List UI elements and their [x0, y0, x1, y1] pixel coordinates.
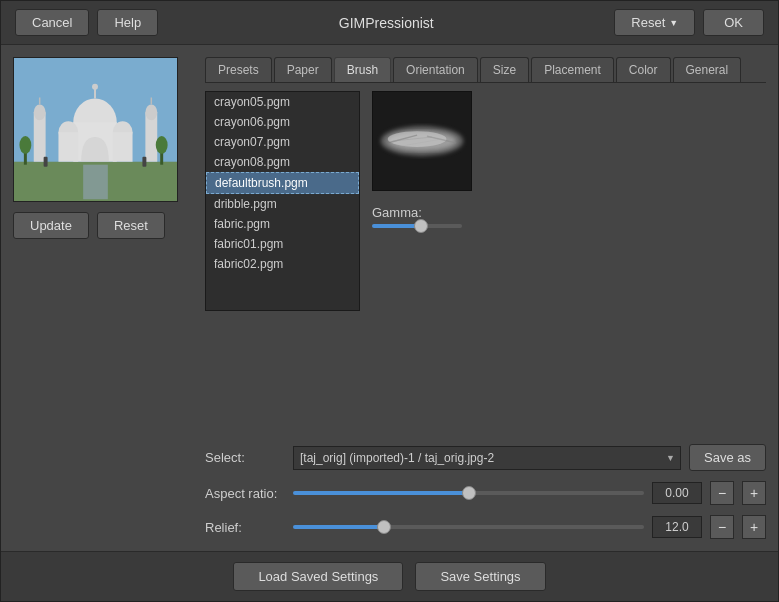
- svg-point-10: [145, 104, 157, 120]
- update-button[interactable]: Update: [13, 212, 89, 239]
- reset-button[interactable]: Reset ▼: [614, 9, 695, 36]
- footer: Load Saved Settings Save Settings: [1, 551, 778, 601]
- brush-item-fabric01[interactable]: fabric01.pgm: [206, 234, 359, 254]
- save-as-button[interactable]: Save as: [689, 444, 766, 471]
- preview-svg: [14, 58, 177, 201]
- relief-slider[interactable]: [293, 525, 644, 529]
- tab-general[interactable]: General: [673, 57, 742, 82]
- svg-rect-15: [113, 132, 133, 162]
- brush-item-dribble[interactable]: dribble.pgm: [206, 194, 359, 214]
- left-panel: Update Reset: [13, 57, 193, 539]
- svg-rect-18: [142, 157, 146, 167]
- relief-plus[interactable]: +: [742, 515, 766, 539]
- aspect-ratio-slider[interactable]: [293, 491, 644, 495]
- brush-content: crayon05.pgm crayon06.pgm crayon07.pgm c…: [205, 91, 766, 438]
- header-right: Reset ▼ OK: [614, 9, 764, 36]
- dialog-title: GIMPressionist: [158, 15, 614, 31]
- brush-list[interactable]: crayon05.pgm crayon06.pgm crayon07.pgm c…: [205, 91, 360, 311]
- tab-brush[interactable]: Brush: [334, 57, 391, 82]
- right-panel: Presets Paper Brush Orientation Size Pla…: [205, 57, 766, 539]
- select-dropdown[interactable]: [taj_orig] (imported)-1 / taj_orig.jpg-2: [293, 446, 681, 470]
- brush-item-crayon07[interactable]: crayon07.pgm: [206, 132, 359, 152]
- relief-row: Relief: − +: [205, 515, 766, 539]
- brush-item-crayon08[interactable]: crayon08.pgm: [206, 152, 359, 172]
- help-button[interactable]: Help: [97, 9, 158, 36]
- reset-label: Reset: [631, 15, 665, 30]
- brush-preview-svg: [373, 91, 471, 191]
- svg-rect-13: [58, 132, 78, 162]
- preview-image: [13, 57, 178, 202]
- brush-item-fabric[interactable]: fabric.pgm: [206, 214, 359, 234]
- tab-color[interactable]: Color: [616, 57, 671, 82]
- main-content: Update Reset Presets Paper Brush Orienta…: [1, 45, 778, 551]
- aspect-ratio-label: Aspect ratio:: [205, 486, 285, 501]
- load-saved-settings-button[interactable]: Load Saved Settings: [233, 562, 403, 591]
- ok-button[interactable]: OK: [703, 9, 764, 36]
- svg-point-22: [156, 136, 168, 154]
- brush-item-crayon06[interactable]: crayon06.pgm: [206, 112, 359, 132]
- chevron-down-icon: ▼: [669, 18, 678, 28]
- svg-point-7: [34, 104, 46, 120]
- tab-placement[interactable]: Placement: [531, 57, 614, 82]
- tab-orientation[interactable]: Orientation: [393, 57, 478, 82]
- aspect-ratio-row: Aspect ratio: − +: [205, 481, 766, 505]
- select-row: Select: [taj_orig] (imported)-1 / taj_or…: [205, 444, 766, 471]
- brush-item-crayon05[interactable]: crayon05.pgm: [206, 92, 359, 112]
- left-reset-button[interactable]: Reset: [97, 212, 165, 239]
- brush-item-fabric02[interactable]: fabric02.pgm: [206, 254, 359, 274]
- select-label: Select:: [205, 450, 285, 465]
- brush-right: Gamma:: [372, 91, 766, 438]
- aspect-ratio-value[interactable]: [652, 482, 702, 504]
- relief-minus[interactable]: −: [710, 515, 734, 539]
- gamma-label: Gamma:: [372, 205, 766, 220]
- left-buttons: Update Reset: [13, 212, 193, 239]
- brush-item-defaultbrush[interactable]: defaultbrush.pgm: [206, 172, 359, 194]
- tab-presets[interactable]: Presets: [205, 57, 272, 82]
- relief-value[interactable]: [652, 516, 702, 538]
- svg-rect-17: [44, 157, 48, 167]
- tab-size[interactable]: Size: [480, 57, 529, 82]
- tab-paper[interactable]: Paper: [274, 57, 332, 82]
- svg-rect-16: [83, 165, 108, 200]
- dialog: Cancel Help GIMPressionist Reset ▼ OK: [0, 0, 779, 602]
- cancel-button[interactable]: Cancel: [15, 9, 89, 36]
- aspect-ratio-plus[interactable]: +: [742, 481, 766, 505]
- gamma-row: Gamma:: [372, 205, 766, 228]
- save-settings-button[interactable]: Save Settings: [415, 562, 545, 591]
- svg-point-20: [19, 136, 31, 154]
- gamma-slider[interactable]: [372, 224, 462, 228]
- header: Cancel Help GIMPressionist Reset ▼ OK: [1, 1, 778, 45]
- select-wrapper: [taj_orig] (imported)-1 / taj_orig.jpg-2: [293, 446, 681, 470]
- bottom-controls: Select: [taj_orig] (imported)-1 / taj_or…: [205, 444, 766, 539]
- aspect-ratio-minus[interactable]: −: [710, 481, 734, 505]
- svg-point-5: [92, 84, 98, 90]
- brush-preview: [372, 91, 472, 191]
- gamma-slider-container: [372, 224, 766, 228]
- tabs: Presets Paper Brush Orientation Size Pla…: [205, 57, 766, 83]
- header-left: Cancel Help: [15, 9, 158, 36]
- relief-label: Relief:: [205, 520, 285, 535]
